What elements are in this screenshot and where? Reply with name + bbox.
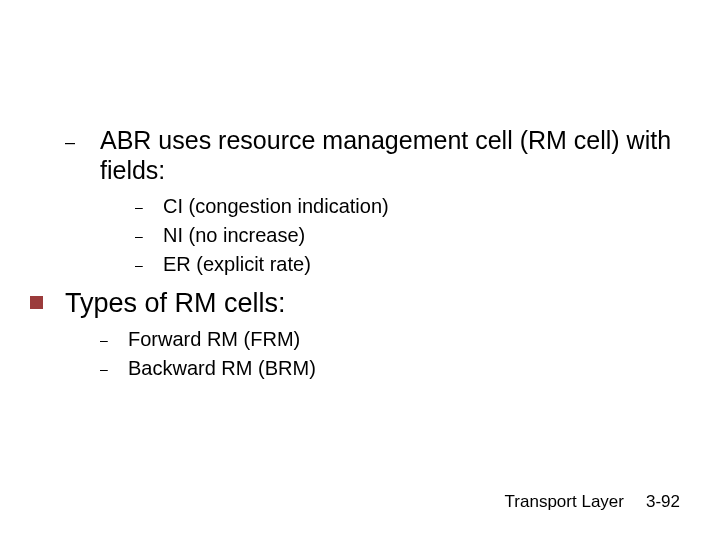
list-item-text: Backward RM (BRM) — [128, 355, 316, 381]
list-item: – Backward RM (BRM) — [100, 355, 680, 382]
list-item-text: CI (congestion indication) — [163, 193, 389, 219]
slide: – ABR uses resource management cell (RM … — [0, 0, 720, 540]
square-bullet-icon — [30, 288, 65, 309]
list-item: – Forward RM (FRM) — [100, 326, 680, 353]
sublist-types: – Forward RM (FRM) – Backward RM (BRM) — [100, 326, 680, 382]
list-item: – ER (explicit rate) — [135, 251, 680, 278]
content-area: – ABR uses resource management cell (RM … — [65, 125, 680, 392]
page-number: 3-92 — [646, 492, 680, 512]
footer-label: Transport Layer — [505, 492, 624, 512]
list-item-text: ABR uses resource management cell (RM ce… — [100, 125, 680, 185]
list-item: – NI (no increase) — [135, 222, 680, 249]
dash-bullet-icon: – — [100, 326, 128, 353]
dash-bullet-icon: – — [135, 251, 163, 278]
dash-bullet-icon: – — [135, 193, 163, 220]
dash-bullet-icon: – — [100, 355, 128, 382]
section-heading-text: Types of RM cells: — [65, 288, 286, 318]
slide-footer: Transport Layer 3-92 — [505, 492, 680, 512]
dash-bullet-icon: – — [135, 222, 163, 249]
list-item-text: Forward RM (FRM) — [128, 326, 300, 352]
dash-bullet-icon: – — [65, 125, 100, 157]
list-item: – CI (congestion indication) — [135, 193, 680, 220]
sublist-fields: – CI (congestion indication) – NI (no in… — [135, 193, 680, 278]
list-item-text: ER (explicit rate) — [163, 251, 311, 277]
list-item-text: NI (no increase) — [163, 222, 305, 248]
section-heading: Types of RM cells: — [30, 288, 680, 318]
list-item: – ABR uses resource management cell (RM … — [65, 125, 680, 185]
